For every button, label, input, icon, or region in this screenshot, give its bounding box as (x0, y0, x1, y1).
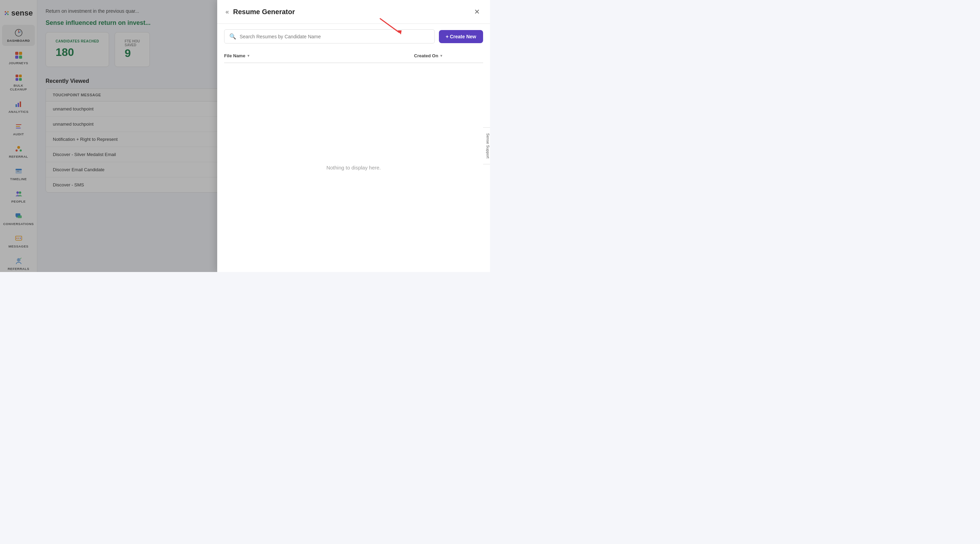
modal-overlay: « Resume Generator ✕ 🔍 + Create New File… (0, 0, 490, 272)
modal-table: File Name ▼ Created On ▼ Nothing to disp… (217, 49, 490, 272)
search-input[interactable] (240, 34, 430, 40)
empty-state-message: Nothing to display here. (224, 63, 483, 272)
modal-search-row: 🔍 + Create New (217, 24, 490, 49)
column-createdon[interactable]: Created On ▼ (414, 53, 483, 58)
search-box[interactable]: 🔍 (224, 29, 435, 43)
sort-filename-icon: ▼ (247, 54, 250, 58)
modal-title: Resume Generator (233, 8, 468, 16)
create-new-label: + Create New (446, 34, 476, 40)
sort-createdon-icon: ▼ (439, 54, 443, 58)
back-button[interactable]: « (226, 8, 229, 16)
search-icon: 🔍 (229, 33, 236, 40)
column-filename[interactable]: File Name ▼ (224, 53, 411, 58)
close-button[interactable]: ✕ (472, 7, 482, 17)
create-new-button[interactable]: + Create New (439, 30, 483, 43)
sense-support-tab[interactable]: Sense Support (483, 127, 490, 164)
modal-table-header: File Name ▼ Created On ▼ (224, 49, 483, 63)
modal-header: « Resume Generator ✕ (217, 0, 490, 24)
resume-generator-panel: « Resume Generator ✕ 🔍 + Create New File… (217, 0, 490, 272)
